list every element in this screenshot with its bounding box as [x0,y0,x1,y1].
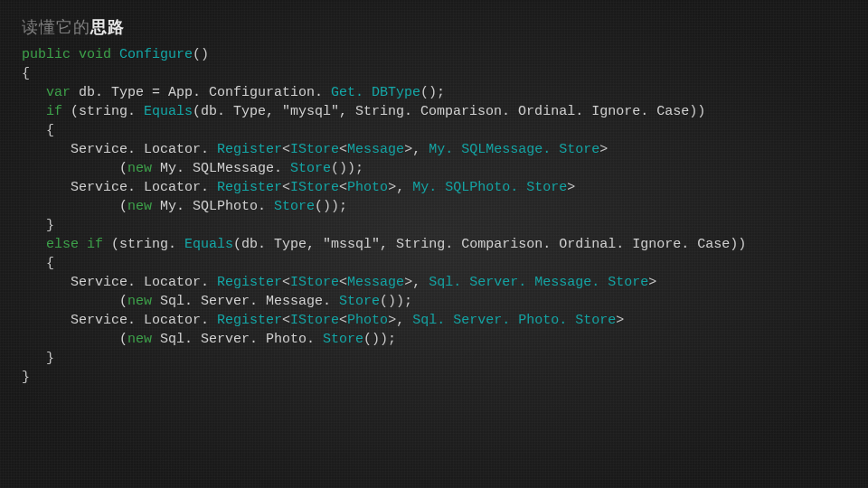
type: My. SQLMessage. Store [429,142,599,157]
pun: > [567,180,575,195]
fn: Register [217,180,282,195]
pun: > [599,142,608,157]
pun: < [282,180,290,195]
txt: My. SQLMessage. [152,161,290,176]
pun: > [616,313,624,328]
fn: Store [339,294,380,309]
txt [22,104,46,119]
type: Message [347,142,404,157]
type: IStore [290,180,339,195]
slide: 读懂它的思路 public void Configure() { var db.… [0,0,868,488]
pun: () [193,47,209,62]
type: Sql. Server. Message. Store [429,275,648,290]
txt: ( [22,294,127,309]
pun: < [339,142,347,157]
txt: ( [22,332,127,347]
type: IStore [290,142,339,157]
kw: new [127,161,152,176]
txt: (db. Type, "mysql", String. Comparison. … [193,104,705,119]
pun: < [282,313,290,328]
type: My. SQLPhoto. Store [412,180,567,195]
txt: (string. [62,104,144,119]
pun: { [22,256,54,271]
pun: > [404,142,412,157]
fn: Equals [184,237,233,252]
pun: } [22,370,30,385]
pun: < [282,142,290,157]
type: Photo [347,180,388,195]
type: Photo [347,313,388,328]
fn: Store [274,199,315,214]
kw: public [22,47,71,62]
txt: Service. Locator. [22,275,217,290]
pun: ()); [315,199,347,214]
fn: Get. DBType [331,85,420,100]
pun: { [22,123,54,138]
pun: < [282,275,290,290]
fn: Register [217,275,282,290]
txt: Service. Locator. [22,180,217,195]
pun: >, [388,180,412,195]
txt: Sql. Server. Message. [152,294,339,309]
pun: } [22,351,54,366]
pun: (); [420,85,445,100]
code-block: public void Configure() { var db. Type =… [0,43,868,387]
txt [22,237,46,252]
type: Message [347,275,404,290]
pun: < [339,313,347,328]
kw: else [46,237,79,252]
kw: new [127,294,152,309]
pun: >, [404,275,429,290]
pun: ()); [331,161,363,176]
fn: Register [217,142,282,157]
type: Sql. Server. Photo. Store [412,313,616,328]
kw: new [127,332,152,347]
kw: if [87,237,103,252]
txt: Service. Locator. [22,313,217,328]
txt: ( [22,199,127,214]
pun: , [412,142,429,157]
pun: < [339,180,347,195]
pun: >, [388,313,412,328]
txt [22,85,46,100]
txt: (db. Type, "mssql", String. Comparison. … [233,237,746,252]
kw: var [46,85,71,100]
pun: ()); [380,294,412,309]
txt: My. SQLPhoto. [152,199,274,214]
txt: db. Type = App. Configuration. [71,85,331,100]
type: IStore [290,313,339,328]
pun: ()); [363,332,396,347]
fn: Store [290,161,331,176]
txt: (string. [103,237,184,252]
title-prefix: 读懂它的 [22,18,90,36]
slide-title: 读懂它的思路 [0,0,868,43]
pun: < [339,275,347,290]
kw: if [46,104,62,119]
txt: Sql. Server. Photo. [152,332,323,347]
kw: new [127,199,152,214]
kw: void [79,47,111,62]
pun: > [648,275,656,290]
pun: } [22,218,54,233]
fn: Configure [119,47,193,62]
txt: Service. Locator. [22,142,217,157]
fn: Store [323,332,363,347]
pun: { [22,66,30,81]
title-emph: 思路 [90,18,125,36]
type: IStore [290,275,339,290]
fn: Equals [144,104,193,119]
fn: Register [217,313,282,328]
txt: ( [22,161,127,176]
